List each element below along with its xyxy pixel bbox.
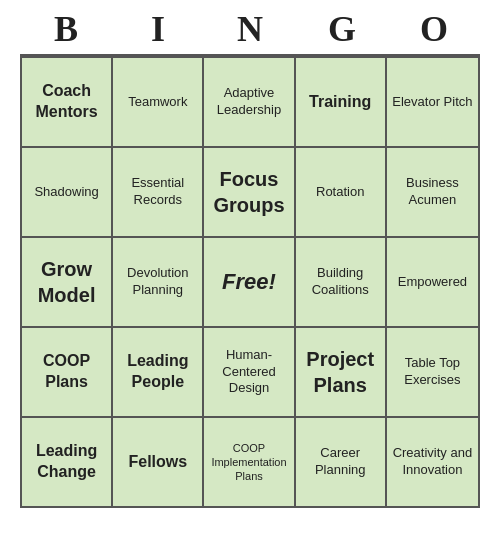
cell-4-1: Fellows bbox=[113, 418, 204, 506]
row-3: COOP PlansLeading PeopleHuman-Centered D… bbox=[22, 326, 478, 416]
cell-0-2: Adaptive Leadership bbox=[204, 58, 295, 146]
cell-2-2: Free! bbox=[204, 238, 295, 326]
letter-n: N bbox=[210, 8, 290, 50]
row-1: ShadowingEssential RecordsFocus GroupsRo… bbox=[22, 146, 478, 236]
cell-2-4: Empowered bbox=[387, 238, 478, 326]
cell-4-0: Leading Change bbox=[22, 418, 113, 506]
cell-2-0: Grow Model bbox=[22, 238, 113, 326]
cell-1-2: Focus Groups bbox=[204, 148, 295, 236]
cell-0-0: Coach Mentors bbox=[22, 58, 113, 146]
cell-3-2: Human-Centered Design bbox=[204, 328, 295, 416]
cell-1-1: Essential Records bbox=[113, 148, 204, 236]
cell-0-4: Elevator Pitch bbox=[387, 58, 478, 146]
cell-4-2: COOP Implementation Plans bbox=[204, 418, 295, 506]
bingo-title-row: B I N G O bbox=[20, 0, 480, 54]
cell-1-0: Shadowing bbox=[22, 148, 113, 236]
cell-2-1: Devolution Planning bbox=[113, 238, 204, 326]
cell-4-4: Creativity and Innovation bbox=[387, 418, 478, 506]
bingo-grid: Coach MentorsTeamworkAdaptive Leadership… bbox=[20, 54, 480, 508]
row-0: Coach MentorsTeamworkAdaptive Leadership… bbox=[22, 56, 478, 146]
letter-i: I bbox=[118, 8, 198, 50]
row-4: Leading ChangeFellowsCOOP Implementation… bbox=[22, 416, 478, 506]
cell-2-3: Building Coalitions bbox=[296, 238, 387, 326]
letter-o: O bbox=[394, 8, 474, 50]
cell-1-4: Business Acumen bbox=[387, 148, 478, 236]
cell-0-3: Training bbox=[296, 58, 387, 146]
cell-3-3: Project Plans bbox=[296, 328, 387, 416]
row-2: Grow ModelDevolution PlanningFree!Buildi… bbox=[22, 236, 478, 326]
letter-b: B bbox=[26, 8, 106, 50]
cell-3-4: Table Top Exercises bbox=[387, 328, 478, 416]
cell-3-0: COOP Plans bbox=[22, 328, 113, 416]
cell-1-3: Rotation bbox=[296, 148, 387, 236]
cell-4-3: Career Planning bbox=[296, 418, 387, 506]
cell-3-1: Leading People bbox=[113, 328, 204, 416]
cell-0-1: Teamwork bbox=[113, 58, 204, 146]
letter-g: G bbox=[302, 8, 382, 50]
